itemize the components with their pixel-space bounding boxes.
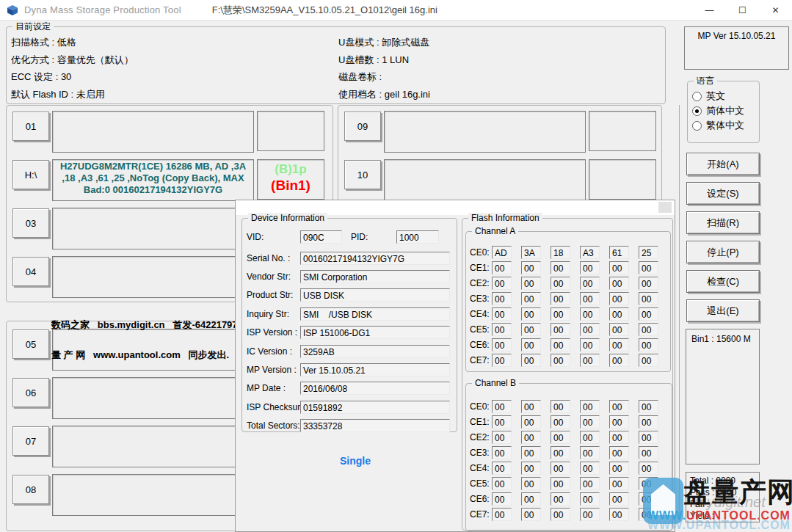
flash-id-field[interactable]: 00 bbox=[551, 508, 570, 521]
flash-id-field[interactable]: 00 bbox=[580, 354, 600, 367]
flash-id-field[interactable]: 00 bbox=[492, 277, 512, 290]
flash-id-field[interactable]: 00 bbox=[551, 338, 570, 351]
flash-id-field[interactable]: 00 bbox=[580, 277, 600, 290]
flash-id-field[interactable]: 00 bbox=[521, 261, 541, 274]
flash-id-field[interactable]: 00 bbox=[580, 338, 600, 351]
flash-id-field[interactable]: 00 bbox=[609, 338, 629, 351]
flash-id-field[interactable]: 00 bbox=[551, 292, 570, 305]
action-button[interactable]: 检查(C) bbox=[686, 270, 760, 293]
vid-field[interactable]: 090C bbox=[300, 230, 342, 244]
flash-id-field[interactable]: 00 bbox=[521, 477, 541, 490]
action-button[interactable]: 停止(P) bbox=[686, 241, 760, 263]
slot-button[interactable]: 01 bbox=[12, 112, 49, 141]
flash-id-field[interactable]: 00 bbox=[609, 492, 629, 506]
action-button[interactable]: 设定(S) bbox=[686, 182, 760, 205]
flash-id-field[interactable]: 00 bbox=[521, 431, 541, 444]
action-button[interactable]: 扫描(R) bbox=[686, 211, 760, 234]
flash-id-field[interactable]: 00 bbox=[521, 338, 541, 351]
language-radio-option[interactable]: 英文 bbox=[692, 89, 759, 103]
flash-id-field[interactable]: 00 bbox=[609, 462, 629, 475]
flash-id-field[interactable]: 00 bbox=[609, 292, 629, 305]
device-field-value[interactable]: ISP 151006-DG1 bbox=[300, 326, 450, 339]
flash-id-field[interactable]: 18 bbox=[551, 246, 570, 259]
flash-id-field[interactable]: 61 bbox=[609, 246, 629, 259]
flash-id-field[interactable]: AD bbox=[492, 246, 512, 259]
flash-id-field[interactable]: 00 bbox=[521, 277, 541, 290]
pid-field[interactable]: 1000 bbox=[396, 230, 439, 244]
device-field-value[interactable]: 00160217194132YIGY7G bbox=[300, 252, 450, 265]
device-field-value[interactable]: 01591892 bbox=[300, 401, 450, 414]
flash-id-field[interactable]: 00 bbox=[639, 462, 658, 475]
flash-id-field[interactable]: 00 bbox=[639, 400, 658, 413]
flash-id-field[interactable]: 00 bbox=[609, 477, 629, 490]
flash-id-field[interactable]: 00 bbox=[551, 462, 570, 475]
slot-button[interactable]: 03 bbox=[12, 208, 49, 238]
slot-button[interactable]: 10 bbox=[344, 160, 381, 189]
flash-id-field[interactable]: 00 bbox=[492, 307, 512, 321]
flash-id-field[interactable]: 00 bbox=[639, 307, 658, 321]
flash-id-field[interactable]: 00 bbox=[551, 446, 570, 459]
flash-id-field[interactable]: 00 bbox=[639, 354, 658, 367]
minimize-icon[interactable]: — bbox=[693, 0, 726, 20]
flash-id-field[interactable]: 00 bbox=[551, 492, 570, 506]
flash-id-field[interactable]: A3 bbox=[580, 246, 600, 259]
flash-id-field[interactable]: 00 bbox=[580, 323, 600, 336]
flash-id-field[interactable]: 00 bbox=[492, 292, 512, 305]
flash-id-field[interactable]: 00 bbox=[609, 354, 629, 367]
flash-id-field[interactable]: 00 bbox=[639, 446, 658, 459]
flash-id-field[interactable]: 00 bbox=[580, 492, 600, 506]
flash-id-field[interactable]: 00 bbox=[492, 477, 512, 490]
flash-id-field[interactable]: 00 bbox=[492, 508, 512, 521]
flash-id-field[interactable]: 00 bbox=[580, 508, 600, 521]
flash-id-field[interactable]: 00 bbox=[521, 400, 541, 413]
flash-id-field[interactable]: 00 bbox=[580, 261, 600, 274]
device-field-value[interactable]: Ver 15.10.05.21 bbox=[300, 363, 450, 376]
flash-id-field[interactable]: 00 bbox=[609, 431, 629, 444]
flash-id-field[interactable]: 00 bbox=[609, 261, 629, 274]
flash-id-field[interactable]: 00 bbox=[609, 277, 629, 290]
flash-id-field[interactable]: 00 bbox=[609, 415, 629, 429]
flash-id-field[interactable]: 00 bbox=[551, 323, 570, 336]
flash-id-field[interactable]: 00 bbox=[521, 354, 541, 367]
flash-id-field[interactable]: 00 bbox=[521, 492, 541, 506]
flash-id-field[interactable]: 00 bbox=[609, 323, 629, 336]
device-field-value[interactable]: SMI /USB DISK bbox=[300, 307, 450, 321]
flash-id-field[interactable]: 00 bbox=[609, 307, 629, 321]
flash-id-field[interactable]: 00 bbox=[492, 446, 512, 459]
slot-button[interactable]: 07 bbox=[12, 426, 49, 456]
flash-id-field[interactable]: 00 bbox=[639, 323, 658, 336]
slot-button[interactable]: 06 bbox=[12, 378, 49, 407]
action-button[interactable]: 退出(E) bbox=[686, 299, 760, 322]
flash-id-field[interactable]: 00 bbox=[521, 307, 541, 321]
flash-id-field[interactable]: 00 bbox=[580, 307, 600, 321]
flash-id-field[interactable]: 00 bbox=[551, 400, 570, 413]
flash-id-field[interactable]: 00 bbox=[551, 431, 570, 444]
flash-id-field[interactable]: 00 bbox=[492, 431, 512, 444]
flash-id-field[interactable]: 00 bbox=[492, 400, 512, 413]
flash-id-field[interactable]: 00 bbox=[639, 292, 658, 305]
flash-id-field[interactable]: 00 bbox=[639, 508, 658, 521]
flash-id-field[interactable]: 00 bbox=[551, 261, 570, 274]
flash-id-field[interactable]: 00 bbox=[639, 477, 658, 490]
flash-id-field[interactable]: 00 bbox=[492, 492, 512, 506]
flash-id-field[interactable]: 00 bbox=[492, 261, 512, 274]
flash-id-field[interactable]: 00 bbox=[492, 338, 512, 351]
flash-id-field[interactable]: 00 bbox=[492, 323, 512, 336]
flash-id-field[interactable]: 00 bbox=[580, 400, 600, 413]
device-field-value[interactable]: 3259AB bbox=[300, 345, 450, 358]
flash-id-field[interactable]: 00 bbox=[639, 431, 658, 444]
maximize-icon[interactable]: ☐ bbox=[726, 0, 759, 20]
device-field-value[interactable]: 2016/06/08 bbox=[300, 382, 450, 395]
slot-button[interactable]: 08 bbox=[12, 475, 49, 504]
dialog-close-icon[interactable] bbox=[658, 202, 672, 213]
language-radio-option[interactable]: 繁体中文 bbox=[692, 118, 759, 133]
close-icon[interactable]: ✕ bbox=[759, 0, 792, 20]
slot-button[interactable]: 04 bbox=[12, 257, 49, 286]
flash-id-field[interactable]: 00 bbox=[521, 508, 541, 521]
flash-id-field[interactable]: 00 bbox=[609, 400, 629, 413]
flash-id-field[interactable]: 25 bbox=[639, 246, 658, 259]
flash-id-field[interactable]: 00 bbox=[551, 277, 570, 290]
flash-id-field[interactable]: 00 bbox=[609, 508, 629, 521]
flash-id-field[interactable]: 00 bbox=[492, 462, 512, 475]
flash-id-field[interactable]: 00 bbox=[492, 354, 512, 367]
